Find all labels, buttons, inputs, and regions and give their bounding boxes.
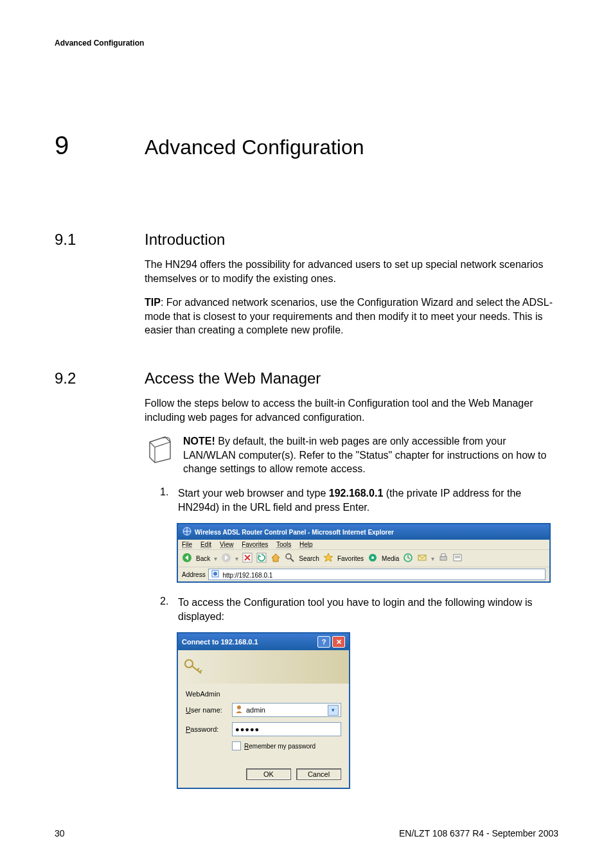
menu-favorites[interactable]: Favorites	[242, 541, 268, 548]
page-number: 30	[55, 828, 65, 838]
note-body: By default, the built-in web pages are o…	[183, 436, 546, 474]
username-value: admin	[246, 706, 265, 714]
forward-button[interactable]	[221, 553, 231, 564]
username-field[interactable]: admin ▾	[232, 703, 341, 717]
close-button[interactable]: ✕	[332, 636, 345, 648]
history-icon[interactable]	[403, 553, 413, 564]
menu-help[interactable]: Help	[299, 541, 313, 548]
address-value: http://192.168.0.1	[222, 572, 272, 579]
stop-icon[interactable]	[242, 553, 253, 564]
media-icon[interactable]	[368, 553, 378, 564]
remember-checkbox[interactable]	[232, 741, 241, 750]
chapter-title: Advanced Configuration	[145, 136, 364, 159]
svg-line-6	[290, 558, 294, 562]
svg-point-5	[286, 554, 291, 559]
menu-view[interactable]: View	[220, 541, 234, 548]
back-label[interactable]: Back	[196, 555, 210, 562]
dialog-titlebar: Connect to 192.168.0.1 ? ✕	[178, 633, 349, 650]
menu-edit[interactable]: Edit	[200, 541, 211, 548]
tip-paragraph: TIP: For advanced network scenarios, use…	[145, 296, 558, 337]
svg-point-17	[213, 572, 217, 576]
window-titlebar: Wireless ADSL Router Control Panel - Mic…	[178, 524, 549, 540]
svg-rect-11	[440, 556, 447, 560]
realm-label: WebAdmin	[186, 690, 341, 698]
paragraph: The HN294 offers the possibility for adv…	[145, 258, 558, 285]
ip-address: 192.168.0.1	[329, 488, 384, 499]
address-bar: Address http://192.168.0.1	[178, 567, 549, 581]
help-button[interactable]: ?	[317, 636, 330, 648]
document-id: EN/LZT 108 6377 R4 - September 2003	[399, 828, 558, 838]
tip-label: TIP	[145, 297, 161, 308]
svg-rect-12	[441, 554, 445, 556]
dialog-title: Connect to 192.168.0.1	[182, 638, 258, 646]
paragraph: Follow the steps below to access the bui…	[145, 396, 558, 424]
list-item: To access the Configuration tool you hav…	[178, 596, 558, 623]
ok-button[interactable]: OK	[246, 768, 291, 780]
menu-bar[interactable]: File Edit View Favorites Tools Help	[178, 540, 549, 549]
list-number: 1.	[160, 486, 178, 514]
section-number: 9.2	[55, 369, 145, 387]
svg-point-19	[237, 705, 241, 709]
user-icon	[235, 705, 244, 715]
favorites-label[interactable]: Favorites	[337, 555, 364, 562]
menu-tools[interactable]: Tools	[276, 541, 291, 548]
window-title: Wireless ADSL Router Control Panel - Mic…	[195, 529, 394, 536]
favorites-icon[interactable]	[323, 553, 333, 564]
login-dialog-figure: Connect to 192.168.0.1 ? ✕ WebAdmin User…	[177, 632, 350, 789]
cancel-button[interactable]: Cancel	[296, 768, 341, 780]
print-icon[interactable]	[438, 553, 449, 564]
address-input[interactable]: http://192.168.0.1	[208, 569, 546, 580]
media-label[interactable]: Media	[382, 555, 399, 562]
toolbar: Back ▾ ▾ Search Favorites	[178, 549, 549, 567]
password-field[interactable]: ●●●●●	[232, 722, 341, 736]
menu-file[interactable]: File	[182, 541, 192, 548]
password-value: ●●●●●	[235, 725, 260, 733]
remember-label: Remember my password	[244, 743, 315, 750]
refresh-icon[interactable]	[256, 553, 267, 564]
password-label: Password:	[186, 725, 232, 733]
username-label: User name:	[186, 706, 232, 714]
mail-icon[interactable]	[417, 553, 427, 564]
section-title: Access the Web Manager	[145, 369, 321, 387]
note-icon	[145, 434, 174, 464]
list-item: Start your web browser and type 192.168.…	[178, 486, 558, 514]
edit-icon[interactable]	[452, 553, 463, 564]
back-button[interactable]	[182, 553, 192, 564]
keys-icon	[183, 657, 204, 677]
tip-text: : For advanced network scenarios, use th…	[145, 297, 553, 335]
browser-window-figure: Wireless ADSL Router Control Panel - Mic…	[177, 523, 551, 583]
address-label: Address	[182, 571, 206, 578]
dialog-banner	[178, 650, 349, 684]
dropdown-icon[interactable]: ▾	[328, 705, 339, 716]
section-number: 9.1	[55, 231, 145, 249]
ie-icon	[182, 526, 192, 538]
note-text: NOTE! By default, the built-in web pages…	[183, 434, 558, 476]
page-icon	[211, 572, 221, 579]
home-icon[interactable]	[271, 553, 281, 564]
svg-point-8	[371, 556, 374, 559]
running-header: Advanced Configuration	[55, 39, 558, 48]
search-label[interactable]: Search	[299, 555, 319, 562]
chapter-number: 9	[55, 131, 145, 160]
search-icon[interactable]	[285, 553, 295, 564]
note-label: NOTE!	[183, 436, 215, 447]
section-title: Introduction	[145, 231, 225, 249]
list-number: 2.	[160, 596, 178, 623]
